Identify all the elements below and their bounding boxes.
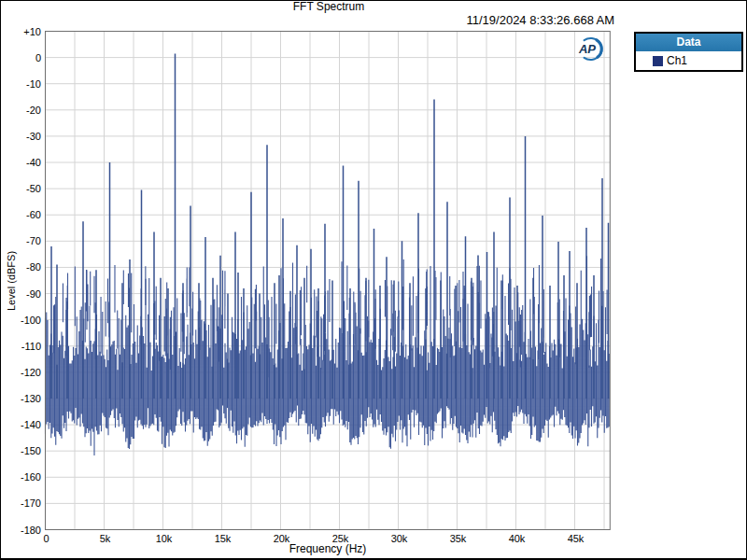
svg-text:AP: AP [578, 42, 596, 56]
